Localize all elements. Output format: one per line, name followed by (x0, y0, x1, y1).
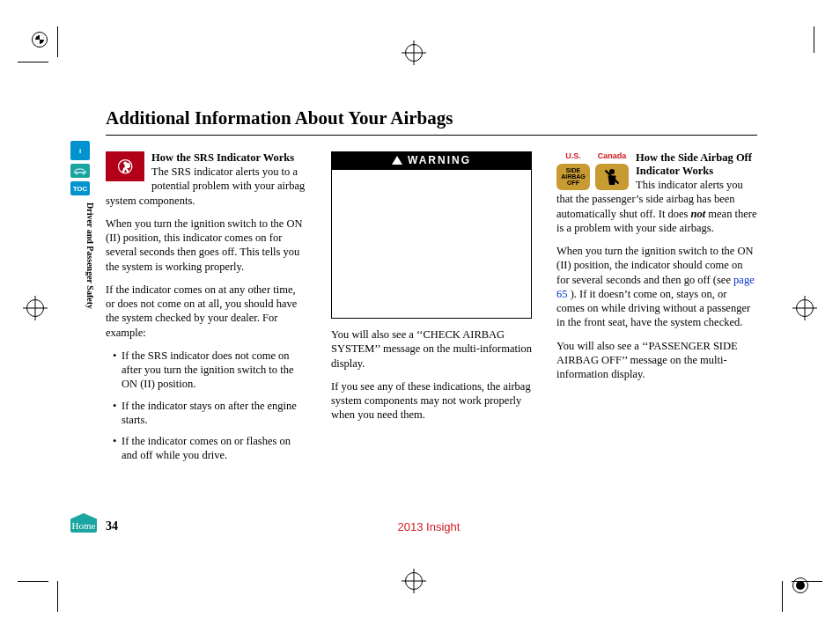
registration-mark (792, 577, 808, 593)
us-badge: U.S. SIDE AIRBAG OFF (556, 151, 590, 190)
warning-label: WARNING (408, 154, 471, 168)
page-title: Additional Information About Your Airbag… (106, 107, 757, 129)
column-1: How the SRS Indicator Works The SRS indi… (106, 151, 306, 470)
page-number: 34 (106, 519, 118, 533)
home-button[interactable]: Home (70, 513, 97, 533)
srs-indicator-icon (106, 151, 144, 181)
column-2: WARNING You will also see a ‘‘CHECK AIRB… (331, 151, 532, 470)
registration-mark (32, 32, 48, 48)
registration-crosshair (405, 44, 423, 62)
registration-crosshair (405, 572, 423, 590)
body-text: When you turn the ignition switch to the… (106, 217, 306, 274)
body-text: You will also see a ‘‘PASSENGER SIDE AIR… (556, 339, 757, 382)
column-3: U.S. SIDE AIRBAG OFF Canada How the Side… (556, 151, 757, 470)
model-year: 2013 Insight (398, 520, 461, 533)
canada-badge: Canada (595, 151, 629, 190)
vehicle-tab[interactable] (70, 164, 90, 178)
page-content: Additional Information About Your Airbag… (106, 107, 757, 470)
bullet-item: If the SRS indicator does not come on af… (113, 349, 306, 392)
canada-badge-box (595, 164, 629, 190)
warning-triangle-icon (392, 156, 402, 165)
bullet-list: If the SRS indicator does not come on af… (106, 349, 306, 463)
body-text: If you see any of these indications, the… (331, 379, 532, 423)
footer: 34 2013 Insight (106, 519, 752, 533)
canada-label: Canada (598, 151, 627, 162)
body-text: You will also see a ‘‘CHECK AIRBAG SYSTE… (331, 327, 532, 371)
us-label: U.S. (565, 151, 581, 162)
side-tabs: i TOC (70, 141, 90, 195)
side-airbag-badges: U.S. SIDE AIRBAG OFF Canada (556, 151, 629, 190)
bullet-item: If the indicator comes on or flashes on … (113, 434, 306, 463)
registration-crosshair (26, 299, 44, 317)
section-label: Driver and Passenger Safety (85, 202, 95, 309)
svg-point-5 (609, 169, 615, 174)
registration-crosshair (796, 299, 814, 317)
toc-tab[interactable]: TOC (70, 181, 90, 195)
emphasis-not: not (691, 208, 706, 220)
content-columns: How the SRS Indicator Works The SRS indi… (106, 151, 757, 470)
body-text: When you turn the ignition switch to the… (556, 244, 757, 330)
info-tab[interactable]: i (70, 141, 90, 160)
us-badge-box: SIDE AIRBAG OFF (556, 164, 590, 190)
seatbelt-icon (601, 166, 623, 188)
bullet-item: If the indicator stays on after the engi… (113, 399, 306, 428)
title-rule (106, 135, 757, 136)
body-text: If the indicator comes on at any other t… (106, 283, 306, 340)
car-icon (73, 166, 87, 175)
warning-box: WARNING (331, 151, 532, 319)
